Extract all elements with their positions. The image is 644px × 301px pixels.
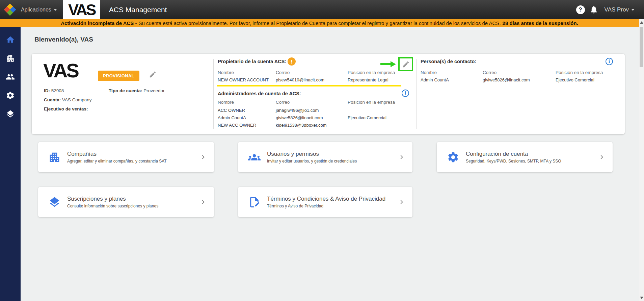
nav-card-subtitle: Invitar y editar usuarios, y gestión de …	[267, 159, 357, 164]
nav-card-title: Compañías	[67, 151, 167, 157]
table-row: Admin CountA giviwe5826@linacit.com Ejec…	[421, 77, 633, 82]
account-name-value: VAS Company	[62, 97, 92, 102]
nav-card-subscriptions[interactable]: Suscripciones y planes Consulte informac…	[38, 187, 214, 217]
sales-executive-field: Ejecutivo de ventas:	[44, 106, 88, 111]
admin-name: ACC OWNER	[218, 108, 276, 113]
nav-card-subtitle: Consulte información sobre suscripciones…	[67, 204, 158, 208]
info-icon[interactable]: i	[402, 90, 409, 97]
building-icon	[48, 151, 61, 164]
vertical-scrollbar[interactable]	[639, 19, 644, 301]
gear-icon	[6, 91, 15, 100]
account-logo: VAS	[43, 59, 78, 82]
help-button[interactable]: ?	[576, 5, 585, 14]
applications-menu[interactable]: Aplicaciones	[21, 7, 57, 13]
warning-icon[interactable]: !	[288, 57, 296, 66]
owner-position: Representante Legal	[348, 77, 429, 82]
chevron-right-icon	[199, 198, 207, 206]
users-icon	[6, 72, 15, 81]
sidebar-nav	[0, 27, 21, 301]
chevron-right-icon	[199, 153, 207, 161]
pencil-icon	[149, 71, 157, 78]
col-posicion: Posición en la empresa	[348, 100, 429, 105]
edit-account-button[interactable]	[149, 71, 157, 80]
pencil-icon	[402, 60, 410, 68]
col-correo: Correo	[276, 100, 348, 105]
col-nombre: Nombre	[218, 100, 276, 105]
sales-executive-label: Ejecutivo de ventas:	[44, 106, 88, 111]
building-icon	[6, 54, 15, 63]
status-badge: PROVISIONAL	[98, 71, 139, 81]
brand-logo: VAS	[63, 0, 100, 19]
col-nombre: Nombre	[421, 70, 483, 75]
activation-warning-banner: Activación incompleta de ACS - Su cuenta…	[0, 19, 639, 27]
account-name-field: Cuenta: VAS Company	[44, 97, 92, 102]
table-row: NEW ACC OWNER kidel91538@3dboxer.com	[218, 123, 429, 128]
app-title: ACS Management	[109, 6, 167, 14]
annotation-green-arrow-icon	[380, 60, 397, 70]
nav-card-subtitle: Seguridad, Keys/PWD, Sesiones, SMTP, MFA…	[466, 159, 561, 164]
sidebar-item-subscriptions[interactable]	[0, 105, 21, 123]
sidebar-item-companies[interactable]	[0, 49, 21, 68]
contacts-section-title: Persona(s) de contacto:	[421, 59, 476, 64]
chevron-right-icon	[398, 153, 406, 161]
contacts-table-header: Nombre Correo Posición en la empresa	[421, 70, 633, 75]
admins-table-header: Nombre Correo Posición en la empresa	[218, 100, 429, 105]
nav-card-title: Términos y Condiciones & Aviso de Privac…	[267, 196, 385, 202]
admin-email: jahagiw496@jio1.com	[276, 108, 348, 113]
account-type-field: Tipo de cuenta: Proveedor	[109, 88, 165, 93]
admin-name: NEW ACC OWNER	[218, 123, 276, 128]
owner-table-header: Nombre Correo Posición en la empresa	[218, 70, 429, 75]
account-id-field: ID: 52908	[44, 88, 64, 93]
sidebar-item-settings[interactable]	[0, 86, 21, 105]
yellow-highlight-underline	[217, 85, 401, 86]
top-bar: Aplicaciones VAS ACS Management ? VAS Pr…	[0, 0, 644, 19]
divider	[213, 59, 214, 129]
nav-card-terms-privacy[interactable]: Términos y Condiciones & Aviso de Privac…	[238, 187, 412, 217]
banner-message: Su cuenta está activa provisionalmente. …	[138, 20, 501, 26]
owner-name: NEW OWNER ACCOUNT	[218, 77, 276, 82]
contact-name: Admin CountA	[421, 77, 483, 82]
admin-email: giviwe5826@linacit.com	[276, 115, 348, 120]
bell-icon	[589, 5, 598, 14]
info-icon[interactable]: i	[606, 58, 613, 65]
admin-name: Admin CountA	[218, 115, 276, 120]
owner-email: pisew54010@linacit.com	[276, 77, 348, 82]
admin-position	[348, 123, 429, 128]
nav-card-title: Suscripciones y planes	[67, 196, 158, 202]
chevron-down-icon	[631, 9, 635, 11]
scroll-up-arrow[interactable]	[640, 21, 643, 24]
brand-logo-text: VAS	[68, 1, 95, 19]
account-name-label: Cuenta:	[44, 97, 61, 102]
nav-card-subtitle: Términos y Aviso de Privacidad	[267, 204, 385, 208]
nav-card-account-settings[interactable]: Configuración de cuenta Seguridad, Keys/…	[437, 142, 613, 172]
scrollbar-thumb[interactable]	[640, 27, 643, 67]
banner-bold-lead: Activación incompleta de ACS -	[61, 20, 137, 26]
nav-card-title: Usuarios y permisos	[267, 151, 357, 157]
layers-icon	[6, 109, 15, 119]
banner-bold-tail: 28 días antes de la suspensión.	[503, 20, 578, 26]
scroll-down-arrow[interactable]	[640, 297, 643, 299]
account-type-label: Tipo de cuenta:	[109, 88, 142, 93]
user-menu-label: VAS Prov	[605, 6, 629, 13]
chevron-right-icon	[398, 198, 406, 206]
nav-card-users-permissions[interactable]: Usuarios y permisos Invitar y editar usu…	[238, 142, 412, 172]
admin-email: kidel91538@3dboxer.com	[276, 123, 348, 128]
contact-position: Ejecutivo Comercial	[556, 77, 633, 82]
table-row: NEW OWNER ACCOUNT pisew54010@linacit.com…	[218, 77, 429, 82]
owner-section-title: Propietario de la cuenta ACS:	[218, 59, 286, 64]
col-nombre: Nombre	[218, 70, 276, 75]
sidebar-item-home[interactable]	[0, 30, 21, 49]
edit-owner-button[interactable]	[398, 57, 413, 71]
document-edit-icon	[248, 196, 261, 208]
chevron-down-icon	[54, 9, 57, 11]
account-id-value: 52908	[51, 88, 64, 93]
admin-position	[348, 108, 429, 113]
sidebar-item-users[interactable]	[0, 68, 21, 86]
chevron-right-icon	[598, 153, 606, 161]
nav-card-companies[interactable]: Compañías Agregar, editar y eliminar com…	[38, 142, 214, 172]
account-type-value: Proveedor	[143, 88, 164, 93]
notifications-button[interactable]	[589, 5, 598, 14]
col-correo: Correo	[483, 70, 556, 75]
applications-menu-label: Aplicaciones	[21, 7, 51, 13]
user-menu[interactable]: VAS Prov	[605, 6, 635, 13]
